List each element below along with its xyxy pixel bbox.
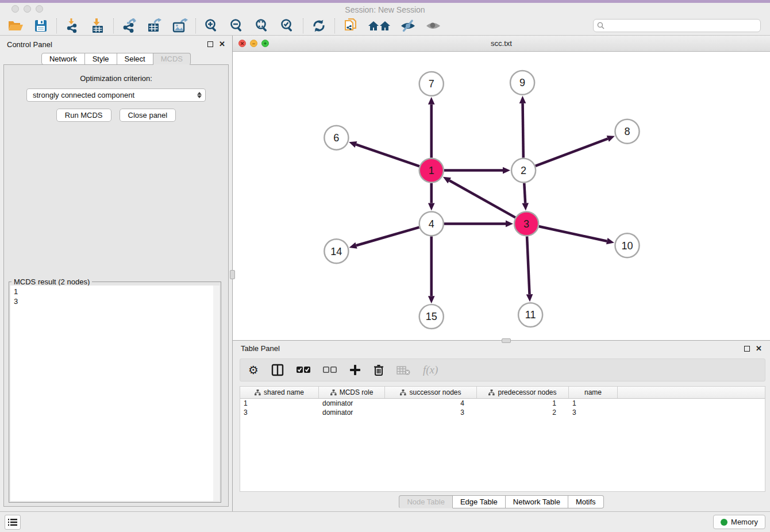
tab-motifs[interactable]: Motifs [568, 495, 604, 508]
task-history-button[interactable] [5, 515, 21, 530]
control-panel: Control Panel ✕ Network Style Select MCD… [0, 36, 233, 511]
cell-mcds-role[interactable]: dominator [319, 408, 385, 417]
export-table-icon[interactable] [146, 18, 163, 34]
open-session-icon[interactable] [7, 18, 24, 34]
graph-edge-3-1[interactable] [449, 180, 515, 217]
close-table-panel-icon[interactable]: ✕ [756, 346, 762, 352]
list-icon [8, 518, 17, 526]
vertical-splitter-handle[interactable] [230, 270, 235, 279]
show-all-icon[interactable] [425, 18, 442, 34]
graph-node-label: 6 [333, 132, 339, 144]
refresh-styles-icon[interactable] [310, 18, 328, 34]
tab-mcds[interactable]: MCDS [153, 53, 191, 65]
graph-node-label: 15 [426, 311, 437, 322]
zoom-selected-icon[interactable] [279, 18, 296, 34]
close-panel-icon[interactable]: ✕ [219, 41, 225, 47]
edge-arrowhead [428, 296, 435, 303]
select-all-rows-icon[interactable] [297, 366, 310, 374]
deselect-all-rows-icon[interactable] [323, 366, 337, 374]
edge-arrowhead [349, 141, 357, 148]
mcds-result-list[interactable]: 1 3 [10, 286, 220, 501]
show-column-icon[interactable] [271, 364, 284, 376]
mcds-panel: Optimization criterion: strongly connect… [3, 64, 229, 507]
export-network-icon[interactable] [121, 18, 138, 34]
memory-status-icon [721, 519, 727, 526]
horizontal-splitter-handle[interactable] [502, 338, 511, 343]
column-settings-icon[interactable]: ⚙ [248, 363, 259, 377]
graph-node-label: 3 [523, 218, 529, 230]
graph-edge-2-3[interactable] [524, 183, 525, 203]
cell-mcds-role[interactable]: dominator [319, 399, 385, 407]
float-table-panel-icon[interactable] [744, 346, 750, 352]
network-canvas[interactable]: 7968124314101511 [233, 52, 770, 340]
window-titlebar: Session: New Session [0, 3, 770, 16]
run-mcds-button[interactable]: Run MCDS [56, 109, 111, 122]
minimize-window-button[interactable] [24, 5, 31, 13]
column-header-name[interactable]: name [569, 387, 618, 398]
first-neighbors-icon[interactable] [367, 18, 391, 34]
cell-shared-name[interactable]: 1 [240, 399, 319, 407]
import-table-icon[interactable] [89, 18, 106, 34]
tab-style[interactable]: Style [85, 53, 117, 65]
zoom-out-icon[interactable] [228, 18, 245, 34]
memory-label: Memory [731, 518, 758, 526]
result-scrollbar[interactable] [213, 286, 220, 501]
hide-selected-icon[interactable] [399, 18, 417, 34]
tab-edge-table[interactable]: Edge Table [453, 495, 506, 508]
graph-node-label: 8 [624, 126, 630, 137]
delete-table-icon [396, 365, 410, 375]
cell-successor-nodes[interactable]: 4 [385, 399, 477, 407]
window-traffic-lights [11, 5, 43, 13]
cell-predecessor-nodes[interactable]: 2 [477, 408, 569, 417]
network-zoom-button[interactable]: + [261, 40, 269, 47]
tab-network-table[interactable]: Network Table [506, 495, 568, 508]
close-window-button[interactable] [11, 5, 19, 13]
edge-arrowhead [503, 167, 510, 174]
graph-edge-2-9[interactable] [523, 103, 523, 158]
duplicate-network-icon[interactable] [342, 18, 359, 34]
column-header-mcds-role[interactable]: MCDS role [319, 387, 385, 398]
main-area: Control Panel ✕ Network Style Select MCD… [0, 36, 770, 511]
cell-shared-name[interactable]: 3 [240, 408, 319, 417]
table-row[interactable]: 3 dominator 3 2 3 [240, 408, 765, 417]
graph-edge-1-6[interactable] [356, 144, 419, 166]
control-panel-title: Control Panel [7, 40, 52, 49]
cell-name[interactable]: 1 [569, 399, 618, 407]
edge-arrowhead [606, 238, 614, 244]
network-close-button[interactable]: ✕ [238, 40, 246, 47]
maximize-window-button[interactable] [36, 5, 43, 13]
table-row[interactable]: 1 dominator 4 1 1 [240, 399, 765, 408]
delete-row-icon[interactable] [374, 364, 384, 376]
search-field[interactable] [593, 19, 761, 32]
float-panel-icon[interactable] [207, 41, 213, 47]
zoom-in-icon[interactable] [203, 18, 220, 34]
export-image-icon[interactable] [171, 18, 188, 34]
optimization-criterion-select[interactable]: strongly connected component [26, 88, 206, 102]
cell-successor-nodes[interactable]: 3 [385, 408, 477, 417]
graph-edge-4-14[interactable] [356, 228, 419, 246]
memory-button[interactable]: Memory [713, 515, 765, 529]
control-panel-header: Control Panel ✕ [0, 36, 232, 53]
control-panel-tabs: Network Style Select MCDS [0, 53, 232, 65]
tab-select[interactable]: Select [117, 53, 153, 65]
graph-edge-3-11[interactable] [527, 236, 529, 294]
cell-name[interactable]: 3 [569, 408, 618, 417]
column-header-shared-name[interactable]: shared name [240, 387, 319, 398]
save-session-icon[interactable] [32, 18, 49, 34]
cell-predecessor-nodes[interactable]: 1 [477, 399, 569, 407]
search-input[interactable] [607, 22, 757, 30]
graph-node-label: 9 [519, 77, 525, 88]
column-header-predecessor-nodes[interactable]: predecessor nodes [477, 387, 569, 398]
tab-network[interactable]: Network [41, 53, 85, 65]
add-row-icon[interactable] [349, 364, 361, 376]
zoom-fit-icon[interactable] [253, 18, 271, 34]
column-header-successor-nodes[interactable]: successor nodes [385, 387, 477, 398]
network-minimize-button[interactable]: − [250, 40, 257, 47]
graph-edge-2-8[interactable] [536, 138, 608, 165]
network-graph[interactable]: 7968124314101511 [233, 52, 770, 340]
close-panel-button[interactable]: Close panel [120, 109, 176, 122]
node-table-header: shared name MCDS role successor nodes [240, 387, 765, 399]
tab-node-table[interactable]: Node Table [399, 495, 453, 508]
graph-edge-3-10[interactable] [539, 226, 607, 241]
import-network-icon[interactable] [64, 18, 81, 34]
